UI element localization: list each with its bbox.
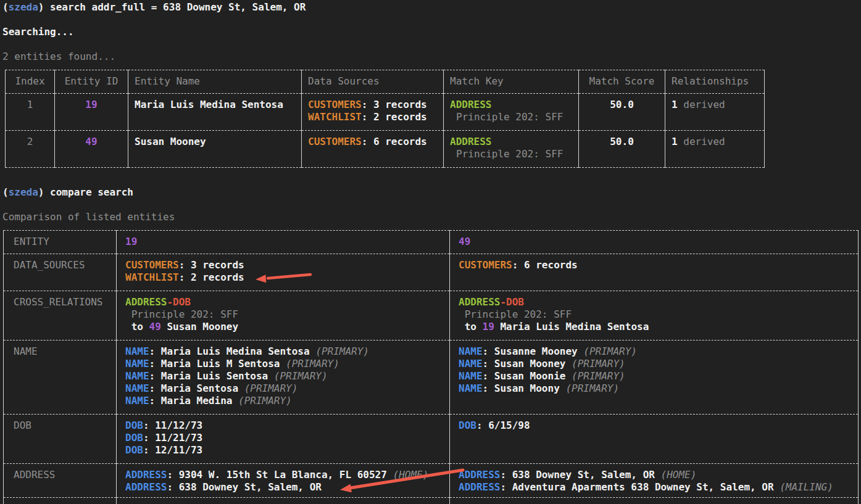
attr-name: DOB [459, 419, 476, 431]
spacer [774, 481, 780, 493]
entity-49-id: 49 [450, 231, 859, 254]
cell-relationships: 1 derived [665, 94, 765, 131]
cell-match-score: 50.0 [579, 94, 665, 131]
entity-19-cross-relations: ADDRESS-DOB Principle 202: SFF to 49 Sus… [117, 291, 450, 341]
spacer [268, 370, 274, 382]
cell-match-score: 50.0 [579, 131, 665, 168]
attr-name: NAME [459, 382, 483, 394]
to-word: to [131, 321, 143, 333]
entity-19-dobs: DOB: 11/12/73 DOB: 11/21/73 DOB: 12/11/7… [117, 415, 450, 464]
source-records: 6 records [373, 136, 427, 147]
attr-name: DOB [125, 419, 143, 431]
relation-key-line: ADDRESS-DOB [125, 296, 443, 308]
spacer [161, 321, 167, 333]
command-line-compare: (szeda) compare search [2, 186, 133, 199]
colon: : [512, 259, 524, 271]
spacer [678, 99, 684, 110]
cell-entity-id: 19 [55, 94, 128, 131]
cell-entity-id: 49 [55, 131, 128, 168]
colon: : [143, 419, 155, 431]
attr-value: Maria Luis Sentosa [161, 370, 268, 382]
attr-value: Susan Moonie [494, 370, 566, 382]
spacer [125, 321, 131, 333]
prompt-paren-close: ) [38, 186, 44, 198]
cell-entity-name: Susan Mooney [128, 131, 302, 168]
attr-line: DOB: 11/12/73 [125, 419, 443, 432]
attr-line: ADDRESS: 638 Downey St, Salem, OR [125, 481, 443, 494]
colon: : [500, 469, 512, 481]
colon: : [483, 345, 494, 357]
data-source-line: WATCHLIST: 2 records [125, 271, 443, 284]
attr-tag: (PRIMARY) [572, 358, 625, 370]
search-command-text: search addr_full = 638 Downey St, Salem,… [50, 1, 306, 13]
entity-49-cross-relations: ADDRESS-DOB Principle 202: SFF to 19 Mar… [450, 291, 859, 341]
spacer [310, 345, 316, 357]
attr-name: ADDRESS [459, 469, 500, 481]
row-label: NAME [4, 341, 117, 415]
searching-status: Searching... [2, 26, 74, 38]
terminal-screen[interactable]: (szeda) search addr_full = 638 Downey St… [0, 0, 861, 504]
cell-match-key: ADDRESS Principle 202: SFF [444, 94, 579, 131]
match-key-principle: Principle 202: SFF [450, 111, 572, 123]
attr-value: 9304 W. 15th St La Blanca, FL 60527 [179, 469, 387, 481]
comparison-caption: Comparison of listed entities [2, 211, 175, 223]
relationship-count: 1 [672, 99, 678, 110]
to-entity-id: 49 [149, 321, 161, 333]
attr-value: Susan Mooney [494, 358, 566, 370]
attr-value: Maria Sentosa [161, 382, 238, 394]
attr-name: NAME [459, 345, 483, 357]
source-name: WATCHLIST [308, 111, 362, 123]
colon: : [500, 481, 512, 493]
entity-49-data-sources: CUSTOMERS: 6 records [450, 254, 859, 291]
attr-line: NAME: Maria Sentosa (PRIMARY) [125, 382, 443, 395]
row-label: DATA_SOURCES [4, 254, 117, 291]
match-key-name: ADDRESS [450, 136, 572, 148]
spacer [232, 395, 238, 407]
attr-tag: (PRIMARY) [315, 345, 369, 357]
entity-19-names: NAME: Maria Luis Medina Sentosa (PRIMARY… [117, 341, 450, 415]
header-entity-id: Entity ID [55, 70, 128, 94]
row-label: CROSS_RELATIONS [4, 291, 117, 341]
spacer [655, 469, 661, 481]
row-label: ADDRESS [4, 464, 117, 498]
match-key-name: ADDRESS [450, 99, 572, 111]
attr-line: DOB: 6/15/98 [459, 419, 852, 432]
entity-49-names: NAME: Susanne Mooney (PRIMARY) NAME: Sus… [450, 341, 859, 415]
attr-line: NAME: Susan Moonie (PRIMARY) [459, 370, 852, 382]
attr-name: NAME [125, 382, 149, 394]
spacer [565, 358, 572, 370]
comparison-row-cutoff [4, 498, 859, 504]
attr-tag: (MAILING) [780, 481, 833, 493]
source-records: 3 records [191, 259, 244, 271]
header-entity-name: Entity Name [128, 70, 302, 94]
prompt-paren-close: ) [38, 1, 44, 13]
attr-line: DOB: 11/21/73 [125, 432, 443, 444]
attr-value: Susanne Mooney [494, 345, 578, 357]
attr-value: 6/15/98 [488, 419, 530, 431]
spacer [578, 345, 584, 357]
prompt-name: szeda [9, 1, 38, 13]
attr-name: ADDRESS [125, 481, 167, 493]
relation-principle: Principle 202: SFF [131, 308, 238, 320]
attr-tag: (HOME) [661, 469, 697, 481]
data-source-line: CUSTOMERS: 3 records [308, 99, 437, 111]
data-source-line: CUSTOMERS: 6 records [459, 259, 852, 271]
header-match-score: Match Score [579, 70, 665, 94]
attr-name: NAME [459, 370, 483, 382]
spacer [143, 321, 149, 333]
prompt-paren-open: ( [2, 1, 9, 13]
source-name: CUSTOMERS [125, 259, 179, 271]
attr-tag: (HOME) [393, 469, 429, 481]
spacer [44, 1, 50, 13]
colon: : [483, 358, 494, 370]
data-source-line: WATCHLIST: 2 records [308, 111, 437, 123]
relation-to-line: to 49 Susan Mooney [125, 321, 443, 333]
prompt-name: szeda [9, 186, 38, 198]
source-name: WATCHLIST [125, 271, 179, 283]
attr-value: 11/12/73 [155, 419, 202, 431]
colon: : [362, 99, 373, 110]
attr-name: ADDRESS [125, 469, 167, 481]
header-match-key: Match Key [444, 70, 579, 94]
spacer [459, 321, 465, 333]
spacer [322, 481, 328, 493]
